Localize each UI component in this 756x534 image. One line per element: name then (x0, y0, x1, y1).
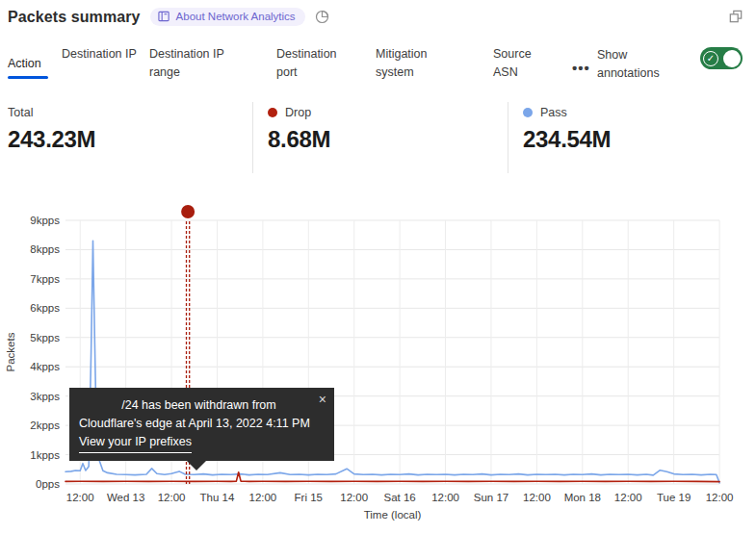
stat-drop: Drop 8.68M (268, 106, 330, 153)
x-tick-label: Mon 18 (564, 492, 601, 503)
book-icon (158, 11, 170, 22)
y-tick-label: 9kpps (30, 215, 60, 226)
x-axis-title: Time (local) (364, 509, 422, 521)
x-tick-label: Wed 13 (107, 492, 144, 503)
view-ip-prefixes-link[interactable]: View your IP prefixes (79, 433, 192, 453)
x-tick-label: 12:00 (66, 492, 94, 503)
stat-pass: Pass 234.54M (523, 106, 611, 153)
more-tabs-button[interactable]: ••• (572, 60, 590, 76)
y-tick-label: 7kpps (30, 273, 60, 285)
close-icon[interactable]: × (319, 391, 326, 409)
x-tick-label: 12:00 (523, 492, 551, 503)
annotation-tooltip: × /24 has been withdrawn from Cloudflare… (69, 388, 334, 461)
tab-label: Destination IP range (149, 47, 224, 79)
packets-chart[interactable]: 0pps1kpps2kpps3kpps4kpps5kpps6kpps7kpps8… (0, 197, 756, 534)
y-tick-label: 2kpps (30, 420, 60, 431)
stat-total-value: 243.23M (8, 126, 95, 153)
active-tab-underline (8, 76, 48, 79)
page-title: Packets summary (8, 9, 141, 26)
drop-legend-dot (268, 108, 277, 117)
data-freshness-icon[interactable] (315, 10, 329, 24)
expand-panel-icon[interactable] (729, 10, 743, 23)
tab-source-asn[interactable]: Source ASN (493, 45, 547, 82)
y-tick-label: 0pps (36, 478, 60, 490)
tab-label: Destination IP (62, 47, 137, 61)
tab-destination-ip[interactable]: Destination IP (62, 45, 137, 64)
stats-divider (252, 102, 253, 173)
show-annotations-label: Show annotations (597, 46, 680, 83)
tab-mitigation-system[interactable]: Mitigation system (376, 45, 455, 82)
stats-divider (508, 102, 508, 173)
tab-action[interactable]: Action (8, 55, 52, 79)
x-tick-label: 12:00 (614, 492, 642, 503)
y-tick-label: 5kpps (30, 332, 60, 343)
x-tick-label: Sun 17 (474, 492, 508, 503)
stat-pass-label: Pass (540, 106, 567, 119)
stat-pass-value: 234.54M (523, 126, 611, 153)
x-tick-label: Thu 14 (200, 492, 235, 503)
y-axis-title: Packets (5, 332, 16, 371)
stat-drop-label: Drop (285, 106, 311, 119)
dimension-tabs: ActionDestination IPDestination IP range… (0, 44, 756, 92)
tab-label: Mitigation system (376, 47, 428, 79)
tooltip-arrow (186, 460, 207, 470)
stat-total: Total 243.23M (8, 106, 95, 153)
check-icon: ✓ (703, 51, 718, 66)
x-tick-label: Tue 19 (657, 492, 691, 503)
toggle-knob (723, 50, 741, 67)
panel-header: Packets summary About Network Analytics (8, 8, 329, 26)
show-annotations-toggle[interactable]: ✓ (700, 47, 743, 69)
x-tick-label: 12:00 (431, 492, 459, 503)
pass-legend-dot (523, 108, 533, 117)
tooltip-line1: /24 has been withdrawn from (79, 396, 325, 415)
y-tick-label: 1kpps (30, 449, 60, 461)
tab-destination-port[interactable]: Destination port (276, 45, 355, 82)
tab-label: Destination port (276, 47, 337, 79)
annotation-dot[interactable] (181, 205, 195, 218)
tab-destination-ip-range[interactable]: Destination IP range (149, 45, 246, 82)
y-tick-label: 6kpps (30, 302, 60, 314)
summary-stats: Total 243.23M Drop 8.68M Pass 234.54M (0, 100, 756, 175)
x-tick-label: 12:00 (706, 492, 734, 503)
y-tick-label: 8kpps (30, 243, 60, 255)
tooltip-line2: Cloudflare's edge at April 13, 2022 4:11… (79, 415, 325, 433)
x-tick-label: 12:00 (340, 492, 368, 503)
badge-label: About Network Analytics (176, 11, 296, 22)
stat-total-label: Total (8, 106, 33, 119)
x-tick-label: 12:00 (248, 492, 276, 503)
about-network-analytics-badge[interactable]: About Network Analytics (150, 8, 305, 26)
tab-label: Source ASN (493, 47, 532, 79)
tab-label: Action (8, 57, 41, 70)
stat-drop-value: 8.68M (268, 126, 330, 153)
y-tick-label: 4kpps (30, 361, 60, 372)
y-tick-label: 3kpps (30, 391, 60, 402)
x-tick-label: 12:00 (158, 492, 186, 503)
x-tick-label: Sat 16 (384, 492, 416, 503)
x-tick-label: Fri 15 (295, 492, 323, 503)
